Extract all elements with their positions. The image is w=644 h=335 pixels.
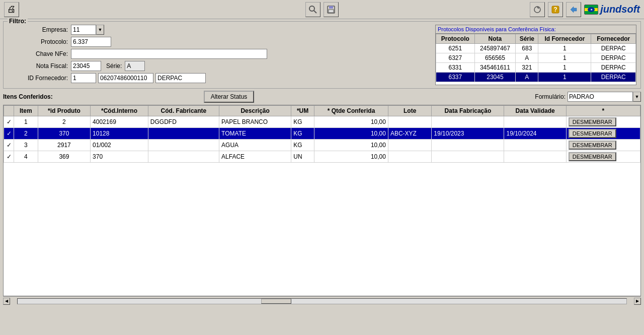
- serie-input: [125, 61, 145, 71]
- help-button[interactable]: ?: [548, 2, 563, 17]
- col-cod-interno: *Cód.Interno: [91, 106, 148, 116]
- chavenfce-input[interactable]: [71, 49, 267, 59]
- empresa-row: Empresa: ▼: [8, 25, 430, 35]
- svg-text:?: ?: [553, 6, 557, 13]
- id-fornecedor-label: ID Fornecedor:: [8, 75, 68, 82]
- col-item: Item: [14, 106, 38, 116]
- col-qtde: * Qtde Conferida: [314, 106, 388, 116]
- desmembrar-button[interactable]: DESMEMBRAR: [569, 129, 616, 138]
- scroll-left-arrow[interactable]: ◀: [3, 298, 10, 305]
- col-cod-fabricante: Cód. Fabricante: [148, 106, 219, 116]
- col-data-fab: Data Fabricação: [432, 106, 504, 116]
- col-descricao: Descrição: [219, 106, 291, 116]
- protocolo-row[interactable]: 63313454616113211DERPAC: [436, 63, 636, 73]
- protocolo-row[interactable]: 62512458974676831DERPAC: [436, 44, 636, 53]
- protocolo-label: Protocolo:: [8, 38, 68, 45]
- filtro-section: Filtro: Empresa: ▼ Protocolo:: [3, 21, 641, 89]
- desmembrar-button[interactable]: DESMEMBRAR: [569, 117, 616, 126]
- main-content: Filtro: Empresa: ▼ Protocolo:: [0, 19, 644, 307]
- alterar-status-button[interactable]: Alterar Status: [204, 91, 255, 103]
- col-lote: Lote: [388, 106, 431, 116]
- formulario-input[interactable]: [568, 92, 633, 102]
- proto-col-serie: Série: [516, 34, 538, 44]
- logo-text: jundsoft: [600, 4, 640, 15]
- protocolos-scroll[interactable]: Protocolo Nota Série Id Fornecedor Forne…: [436, 34, 636, 82]
- empresa-label: Empresa:: [8, 26, 68, 33]
- svg-rect-4: [329, 10, 334, 13]
- items-table-wrapper: Item *id Produto *Cód.Interno Cód. Fabri…: [3, 105, 641, 296]
- protocolo-row[interactable]: 633723045A1DERPAC: [436, 73, 636, 82]
- protocolos-panel: Protocolos Disponíveis para Conferência …: [435, 25, 636, 85]
- col-check: [4, 106, 14, 116]
- table-row[interactable]: ✓3291701/002AGUAKG10,00DESMEMBRAR: [4, 140, 640, 151]
- action-row: Itens Conferidos: Alterar Status Formulá…: [3, 91, 641, 103]
- empresa-dropdown-arrow[interactable]: ▼: [96, 25, 104, 35]
- logo-area: ★ jundsoft: [584, 4, 640, 15]
- col-id-produto: *id Produto: [38, 106, 90, 116]
- itens-conferidos-label: Itens Conferidos:: [3, 93, 53, 100]
- nota-label: Nota Fiscal:: [8, 62, 68, 70]
- proto-col-nota: Nota: [474, 34, 516, 44]
- col-um: *UM: [291, 106, 314, 116]
- scroll-right-arrow[interactable]: ▶: [634, 298, 641, 305]
- fornecedor-input[interactable]: [155, 73, 206, 83]
- items-table: Item *id Produto *Cód.Interno Cód. Fabri…: [4, 105, 640, 163]
- table-row[interactable]: ✓4369370ALFACEUN10,00DESMEMBRAR: [4, 151, 640, 163]
- svg-point-0: [309, 6, 314, 11]
- empresa-input[interactable]: [71, 25, 96, 35]
- id-fornecedor-row: ID Fornecedor:: [8, 73, 430, 83]
- proto-col-id-fornecedor: Id Fornecedor: [538, 34, 591, 44]
- print-button[interactable]: 🖨: [4, 2, 19, 17]
- toolbar: 🖨 ? ★ jundsoft: [0, 0, 644, 19]
- horizontal-scrollbar[interactable]: [17, 298, 627, 304]
- proto-col-protocolo: Protocolo: [436, 34, 475, 44]
- desmembrar-button[interactable]: DESMEMBRAR: [569, 141, 616, 150]
- toolbar-right: ? ★ jundsoft: [530, 2, 640, 17]
- flag-icon: ★: [584, 5, 598, 15]
- formulario-label: Formulário:: [535, 93, 566, 100]
- filtro-inner: Empresa: ▼ Protocolo: Chave NFe:: [8, 25, 636, 85]
- toolbar-left: 🖨: [4, 2, 19, 17]
- refresh-button[interactable]: [530, 2, 545, 17]
- nota-row: Nota Fiscal: Série:: [8, 61, 430, 71]
- formulario-dropdown-arrow[interactable]: ▼: [633, 92, 641, 102]
- back-button[interactable]: [566, 2, 581, 17]
- chavenfce-row: Chave NFe:: [8, 49, 430, 59]
- nota-input[interactable]: [71, 61, 101, 71]
- id-fornecedor-input[interactable]: [71, 73, 96, 83]
- save-button[interactable]: [324, 2, 339, 17]
- search-button[interactable]: [305, 2, 320, 17]
- col-action: *: [566, 106, 640, 116]
- scrollbar-thumb[interactable]: [261, 299, 291, 304]
- protocolos-table: Protocolo Nota Série Id Fornecedor Forne…: [436, 34, 636, 82]
- protocolo-row: Protocolo:: [8, 37, 430, 47]
- protocolos-title: Protocolos Disponíveis para Conferência …: [436, 25, 636, 34]
- svg-point-5: [534, 7, 540, 13]
- formulario-dropdown: ▼: [568, 92, 641, 102]
- chavenfce-label: Chave NFe:: [8, 50, 68, 57]
- serie-label: Série:: [106, 62, 122, 70]
- proto-col-fornecedor: Fornecedor: [591, 34, 636, 44]
- table-row[interactable]: ✓237010128TOMATEKG10,00ABC-XYZ19/10/2023…: [4, 128, 640, 140]
- desmembrar-button[interactable]: DESMEMBRAR: [569, 152, 616, 161]
- svg-line-1: [314, 11, 316, 13]
- col-data-val: Data Validade: [504, 106, 566, 116]
- svg-rect-3: [329, 6, 333, 9]
- cnpj-input[interactable]: [98, 73, 153, 83]
- protocolo-row[interactable]: 6327656565A1DERPAC: [436, 53, 636, 63]
- table-row[interactable]: ✓124002169DGGDFDPAPEL BRANCOKG10,00DESME…: [4, 116, 640, 128]
- filtro-left: Empresa: ▼ Protocolo: Chave NFe:: [8, 25, 430, 85]
- bottom-scrollbar: ◀ ▶: [3, 296, 641, 305]
- filtro-title: Filtro:: [8, 18, 28, 25]
- toolbar-center: [305, 2, 339, 17]
- empresa-dropdown: ▼: [71, 25, 104, 35]
- protocolo-input[interactable]: [71, 37, 111, 47]
